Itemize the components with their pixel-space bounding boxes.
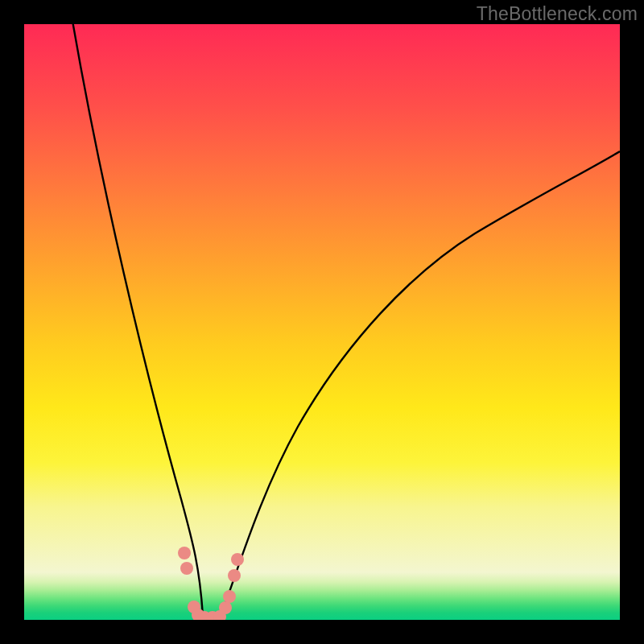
watermark-text: TheBottleneck.com [477,3,638,25]
outer-frame: TheBottleneck.com [0,0,644,644]
marker-right-cluster-top [231,553,244,566]
marker-right-valley-2 [223,590,236,603]
plot-area [24,24,620,620]
marker-left-cluster-mid [180,562,193,575]
marker-group [178,547,244,620]
curve-right-branch [221,151,620,616]
marker-right-cluster-mid [228,569,241,582]
marker-left-cluster-top [178,547,191,559]
curve-svg [24,24,620,620]
curve-left-branch [72,24,203,616]
marker-right-valley-1 [219,601,232,614]
